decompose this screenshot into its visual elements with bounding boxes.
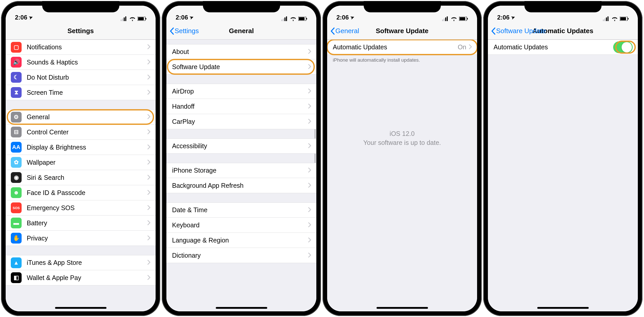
svg-rect-21	[603, 20, 604, 21]
chevron-right-icon	[147, 219, 150, 227]
row-automatic-updates-toggle[interactable]: Automatic Updates	[488, 40, 638, 55]
hand-icon: ✋	[11, 233, 22, 244]
chevron-right-icon	[147, 59, 150, 66]
moon-icon: ☾	[11, 72, 22, 83]
chevron-right-icon	[308, 88, 311, 95]
phone-frame-2: 2:06 ➤ Settings General AboutSoftware Up…	[162, 1, 321, 316]
row-face-id-passcode[interactable]: ☻Face ID & Passcode	[6, 185, 156, 200]
row-software-update[interactable]: Software Update	[166, 59, 316, 74]
row-do-not-disturb[interactable]: ☾Do Not Disturb	[6, 70, 156, 85]
row-display-brightness[interactable]: AADisplay & Brightness	[6, 140, 156, 155]
row-emergency-sos[interactable]: SOSEmergency SOS	[6, 200, 156, 216]
nav-bar: Software Update Automatic Updates	[488, 23, 638, 40]
wallpaper-icon: ✿	[11, 157, 22, 168]
status-time: 2:06	[336, 14, 349, 21]
switches-icon: ⊟	[11, 127, 22, 137]
home-indicator[interactable]	[537, 307, 589, 309]
home-indicator[interactable]	[377, 307, 428, 309]
battery-icon: ▬	[11, 218, 22, 228]
row-label: Automatic Updates	[333, 43, 458, 51]
faceid-icon: ☻	[11, 187, 22, 198]
svg-rect-0	[121, 20, 122, 21]
row-carplay[interactable]: CarPlay	[166, 114, 316, 129]
back-button[interactable]: General	[330, 27, 359, 35]
row-general[interactable]: ⚙General	[6, 109, 156, 125]
svg-rect-19	[460, 17, 465, 20]
screen-settings: 2:06 ➤ Settings ▢Notifications🔊Sounds & …	[6, 6, 156, 311]
nav-bar: Settings General	[166, 23, 316, 40]
gear-icon: ⚙	[11, 112, 22, 123]
toggle-switch[interactable]	[613, 41, 633, 53]
chevron-right-icon	[308, 182, 311, 189]
row-accessibility[interactable]: Accessibility	[166, 138, 316, 154]
row-label: Keyboard	[172, 221, 308, 229]
row-itunes-app-store[interactable]: ▲iTunes & App Store	[6, 255, 156, 270]
chevron-right-icon	[147, 89, 150, 96]
row-dictionary[interactable]: Dictionary	[166, 248, 316, 263]
row-iphone-storage[interactable]: iPhone Storage	[166, 163, 316, 178]
home-indicator[interactable]	[55, 307, 106, 309]
row-battery[interactable]: ▬Battery	[6, 216, 156, 231]
row-notifications[interactable]: ▢Notifications	[6, 40, 156, 55]
svg-rect-2	[124, 17, 125, 21]
row-screen-time[interactable]: ⧗Screen Time	[6, 85, 156, 100]
software-update-content[interactable]: Automatic Updates On iPhone will automat…	[327, 40, 477, 311]
cellular-icon	[603, 16, 610, 21]
battery-icon	[620, 17, 629, 21]
row-airdrop[interactable]: AirDrop	[166, 84, 316, 99]
chevron-right-icon	[147, 204, 150, 212]
screen-automatic-updates: 2:06 ➤ Software Update Automatic Updates…	[488, 6, 638, 311]
status-right	[121, 16, 146, 21]
row-control-center[interactable]: ⊟Control Center	[6, 125, 156, 140]
chevron-right-icon	[308, 142, 311, 150]
row-handoff[interactable]: Handoff	[166, 99, 316, 114]
notifications-icon: ▢	[11, 42, 22, 53]
row-keyboard[interactable]: Keyboard	[166, 218, 316, 233]
row-value: On	[458, 43, 466, 51]
back-button[interactable]: Software Update	[491, 27, 546, 35]
automatic-updates-content[interactable]: Automatic Updates	[488, 40, 638, 311]
row-label: General	[27, 113, 147, 121]
nav-title: Software Update	[376, 27, 428, 35]
row-label: Notifications	[27, 43, 147, 51]
wallet-icon: ◧	[11, 272, 22, 283]
chevron-left-icon	[169, 27, 174, 35]
svg-rect-20	[467, 18, 468, 20]
back-button[interactable]: Settings	[169, 27, 199, 35]
row-privacy[interactable]: ✋Privacy	[6, 231, 156, 246]
notch	[42, 1, 119, 12]
chevron-right-icon	[308, 237, 311, 244]
row-automatic-updates[interactable]: Automatic Updates On	[327, 40, 477, 55]
row-background-app-refresh[interactable]: Background App Refresh	[166, 178, 316, 193]
chevron-right-icon	[147, 128, 150, 136]
row-label: Automatic Updates	[494, 43, 613, 51]
battery-icon	[138, 17, 146, 21]
svg-rect-13	[306, 18, 307, 20]
row-siri-search[interactable]: ◉Siri & Search	[6, 170, 156, 185]
chevron-left-icon	[330, 27, 335, 35]
status-time: 2:06	[497, 14, 509, 21]
svg-rect-10	[286, 16, 287, 21]
cellular-icon	[121, 16, 127, 21]
up-to-date-text: Your software is up to date.	[327, 138, 477, 147]
phone-frame-4: 2:06 ➤ Software Update Automatic Updates…	[483, 1, 642, 316]
row-wallpaper[interactable]: ✿Wallpaper	[6, 155, 156, 170]
notch	[364, 1, 441, 12]
ios-version: iOS 12.0	[327, 129, 477, 138]
general-content[interactable]: AboutSoftware UpdateAirDropHandoffCarPla…	[166, 40, 316, 311]
row-label: iTunes & App Store	[27, 259, 147, 266]
row-about[interactable]: About	[166, 44, 316, 59]
row-wallet-apple-pay[interactable]: ◧Wallet & Apple Pay	[6, 270, 156, 285]
chevron-right-icon	[147, 113, 150, 121]
row-sounds-haptics[interactable]: 🔊Sounds & Haptics	[6, 55, 156, 70]
svg-rect-27	[628, 18, 629, 20]
home-indicator[interactable]	[216, 307, 267, 309]
settings-content[interactable]: ▢Notifications🔊Sounds & Haptics☾Do Not D…	[6, 40, 156, 311]
row-date-time[interactable]: Date & Time	[166, 202, 316, 218]
row-label: Accessibility	[172, 142, 308, 150]
svg-rect-1	[122, 18, 123, 21]
phone-frame-1: 2:06 ➤ Settings ▢Notifications🔊Sounds & …	[1, 1, 160, 316]
row-language-region[interactable]: Language & Region	[166, 233, 316, 248]
nav-bar: Settings	[6, 23, 156, 40]
screen-software-update: 2:06 ➤ General Software Update Automatic…	[327, 6, 477, 311]
